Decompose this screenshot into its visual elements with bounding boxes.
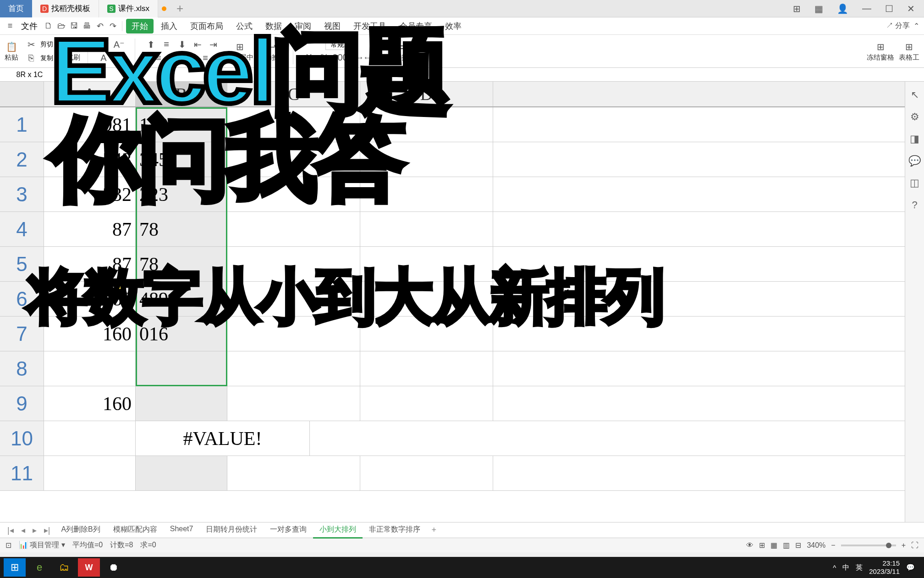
comma-icon[interactable]: 000 <box>334 51 346 64</box>
sheet-tab[interactable]: 小到大排列 <box>313 522 363 539</box>
sheet-add[interactable]: + <box>429 525 439 535</box>
select-all-corner[interactable] <box>0 82 44 106</box>
row-header[interactable]: 5 <box>0 247 44 281</box>
menu-formula[interactable]: 公式 <box>231 19 258 33</box>
cut-button[interactable]: 剪切 <box>40 40 53 49</box>
edge-button[interactable]: e <box>28 558 50 577</box>
cell[interactable] <box>227 351 360 386</box>
cell[interactable]: 87 <box>44 212 136 246</box>
undo-icon[interactable]: ↶ <box>94 21 105 32</box>
col-header-d[interactable]: D <box>360 82 493 106</box>
share-button[interactable]: ↗ 分享 <box>886 21 910 31</box>
cell[interactable] <box>360 142 493 177</box>
menu-file[interactable]: 文件 <box>17 21 41 32</box>
copy-button[interactable]: 复制 <box>40 54 53 62</box>
wps-button[interactable]: W <box>78 558 100 577</box>
tab-new[interactable]: + <box>170 1 190 16</box>
cell[interactable]: 981 <box>44 107 136 142</box>
convert-button[interactable]: ⇄ 转换 <box>395 40 408 62</box>
cell[interactable]: #VALUE! <box>136 421 310 456</box>
cell[interactable]: 232 <box>44 177 136 211</box>
tabletools-button[interactable]: ⊞ 表格工 <box>899 40 919 62</box>
view-icon[interactable]: 👁 <box>746 541 754 550</box>
notifications-icon[interactable]: 💬 <box>906 563 915 572</box>
cell[interactable] <box>227 107 360 142</box>
font-size-down-icon[interactable]: A⁻ <box>113 38 126 51</box>
project-mgmt[interactable]: 📊 项目管理 ▾ <box>19 540 65 550</box>
sheet-nav-first[interactable]: |◂ <box>5 525 16 535</box>
cell[interactable]: 489 <box>44 282 136 316</box>
cell[interactable] <box>227 456 360 490</box>
print-icon[interactable]: 🖶 <box>82 21 93 32</box>
zoom-level[interactable]: 340% <box>807 541 825 550</box>
col-header-a[interactable]: A <box>44 82 136 106</box>
clock[interactable]: 23:15 2023/3/11 <box>869 559 900 576</box>
cell[interactable]: 543 <box>44 142 136 177</box>
record-button[interactable]: ⏺ <box>103 558 125 577</box>
redo-icon[interactable]: ↷ <box>107 21 118 32</box>
menu-data[interactable]: 数据 <box>260 19 287 33</box>
cell[interactable]: 223 <box>136 177 227 211</box>
cell[interactable] <box>227 142 360 177</box>
menu-start[interactable]: 开始 <box>126 19 154 33</box>
view-break-icon[interactable]: ⊟ <box>795 541 801 550</box>
view-page-icon[interactable]: ▥ <box>783 541 790 550</box>
cell[interactable] <box>227 247 360 281</box>
decimal-dec-icon[interactable]: ←.0 <box>365 51 378 64</box>
wrap-button[interactable]: ↩ 自动换行 <box>258 40 286 62</box>
font-size-up-icon[interactable]: A⁺ <box>97 38 110 51</box>
status-icon[interactable]: ⊡ <box>6 541 11 550</box>
sheet-tab[interactable]: 日期转月份统计 <box>199 522 264 539</box>
cell[interactable] <box>360 456 493 490</box>
start-button[interactable]: ⊞ <box>4 558 26 577</box>
cell[interactable] <box>44 421 136 456</box>
cell[interactable] <box>360 177 493 211</box>
zoom-slider[interactable] <box>841 545 896 546</box>
menu-member[interactable]: 会员专享 <box>394 19 438 33</box>
view-normal-icon[interactable]: ▦ <box>770 541 777 550</box>
menu-efficiency[interactable]: 效率 <box>440 19 467 33</box>
cell[interactable] <box>227 177 360 211</box>
close-icon[interactable]: ✕ <box>903 1 918 16</box>
merge-button[interactable]: ⊞ 合并居中 <box>226 40 253 62</box>
sheet-nav-last[interactable]: ▸| <box>41 525 53 535</box>
align-center-icon[interactable]: ≡ <box>168 52 181 65</box>
explorer-button[interactable]: 🗂 <box>53 558 75 577</box>
tab-home[interactable]: 首页 <box>0 0 32 17</box>
panel-icon[interactable]: ◨ <box>910 133 919 145</box>
grid-icon[interactable]: ⊞ <box>759 541 765 550</box>
avatar-icon[interactable]: 👤 <box>833 1 852 16</box>
apps-icon[interactable]: ▦ <box>811 1 827 16</box>
font-color-icon[interactable]: A <box>97 52 110 65</box>
row-header[interactable]: 3 <box>0 177 44 211</box>
save-icon[interactable]: 🖫 <box>69 21 80 32</box>
justify-icon[interactable]: ≡ <box>199 52 212 65</box>
row-header[interactable]: 6 <box>0 282 44 316</box>
cell[interactable] <box>227 282 360 316</box>
menu-insert[interactable]: 插入 <box>155 19 183 33</box>
cell[interactable]: 016 <box>136 317 227 351</box>
cell[interactable] <box>136 351 227 386</box>
cell[interactable]: 189 <box>136 107 227 142</box>
decimal-inc-icon[interactable]: .0→ <box>349 51 362 64</box>
menu-icon[interactable]: ≡ <box>5 21 16 32</box>
help-icon[interactable]: ? <box>912 199 917 211</box>
cell[interactable]: 78 <box>136 247 227 281</box>
align-middle-icon[interactable]: ≡ <box>160 38 173 51</box>
zoom-out-icon[interactable]: − <box>831 541 835 550</box>
cell[interactable] <box>360 351 493 386</box>
menu-view[interactable]: 视图 <box>319 19 346 33</box>
cell[interactable]: 489 <box>136 282 227 316</box>
cursor-icon[interactable]: ↖ <box>911 89 919 101</box>
indent-dec-icon[interactable]: ⇤ <box>191 38 204 51</box>
number-format-select[interactable]: 常规 <box>325 39 355 50</box>
indent-inc-icon[interactable]: ⇥ <box>207 38 220 51</box>
cell[interactable] <box>44 351 136 386</box>
sheet-tab[interactable]: 模糊匹配内容 <box>107 522 164 539</box>
cell[interactable]: 160 <box>44 386 136 421</box>
align-top-icon[interactable]: ⬆ <box>144 38 157 51</box>
format-painter[interactable]: 🖌 格式刷 <box>60 40 80 62</box>
cell[interactable]: 160 <box>44 317 136 351</box>
open-icon[interactable]: 🗁 <box>56 21 67 32</box>
currency-icon[interactable]: ¥ <box>302 51 315 64</box>
